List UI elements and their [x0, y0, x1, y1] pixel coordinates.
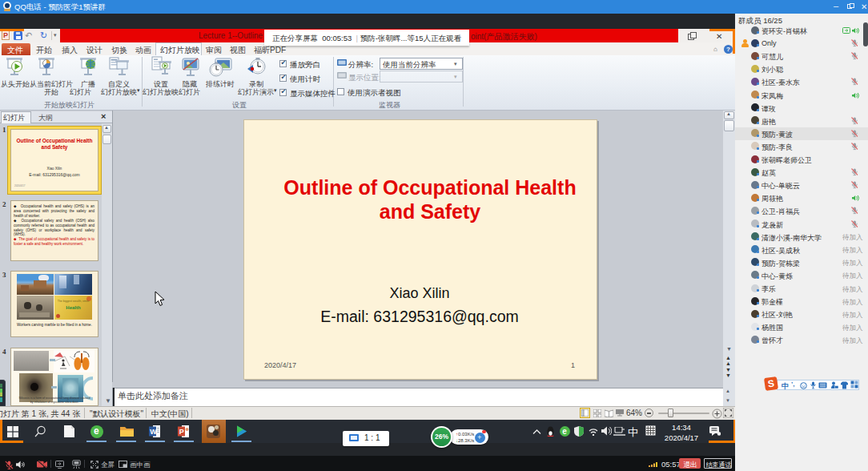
svg-text:W: W — [150, 428, 157, 436]
svg-text:P: P — [179, 428, 184, 436]
